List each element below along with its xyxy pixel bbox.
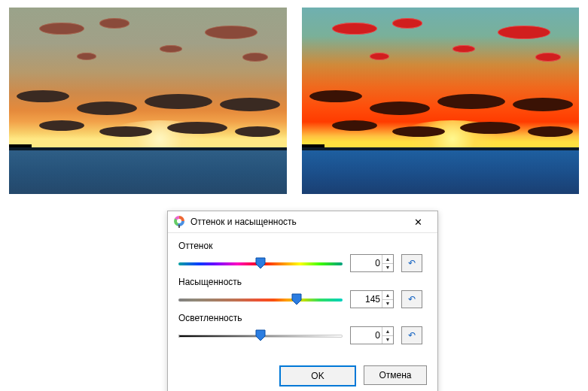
saturation-reset-button[interactable]: ↶ xyxy=(401,290,422,308)
hue-row: Оттенок ▲ ▼ ↶ xyxy=(178,241,427,272)
lightness-label: Осветленность xyxy=(178,313,427,323)
app-icon xyxy=(174,216,186,228)
lightness-reset-button[interactable]: ↶ xyxy=(401,326,422,344)
hue-input[interactable]: ▲ ▼ xyxy=(350,254,394,272)
saturation-label: Насыщенность xyxy=(178,277,427,287)
lightness-value[interactable] xyxy=(351,327,382,344)
undo-icon: ↶ xyxy=(408,294,416,305)
lightness-step-up[interactable]: ▲ xyxy=(382,327,393,336)
hue-value[interactable] xyxy=(351,255,382,271)
original-image xyxy=(9,8,287,194)
hue-thumb[interactable] xyxy=(255,257,266,269)
dialog-title: Оттенок и насыщенность xyxy=(190,217,403,227)
hue-step-down[interactable]: ▼ xyxy=(382,264,393,272)
saturation-row: Насыщенность ▲ ▼ ↶ xyxy=(178,277,427,308)
lightness-input[interactable]: ▲ ▼ xyxy=(350,326,394,344)
hue-saturation-dialog: Оттенок и насыщенность ✕ Оттенок ▲ xyxy=(167,211,438,391)
close-icon: ✕ xyxy=(414,217,422,228)
hue-slider[interactable] xyxy=(178,256,343,271)
saturation-slider[interactable] xyxy=(178,292,343,307)
saturation-value[interactable] xyxy=(351,291,382,308)
hue-step-up[interactable]: ▲ xyxy=(382,255,393,264)
adjusted-image xyxy=(302,8,580,194)
lightness-row: Осветленность ▲ ▼ ↶ xyxy=(178,313,427,344)
dialog-titlebar[interactable]: Оттенок и насыщенность ✕ xyxy=(168,211,437,233)
cancel-button[interactable]: Отмена xyxy=(364,365,427,385)
undo-icon: ↶ xyxy=(408,258,416,268)
comparison-row xyxy=(0,0,588,194)
saturation-thumb[interactable] xyxy=(291,293,302,305)
undo-icon: ↶ xyxy=(408,330,416,341)
lightness-step-down[interactable]: ▼ xyxy=(382,336,393,344)
saturation-step-down[interactable]: ▼ xyxy=(382,300,393,308)
close-button[interactable]: ✕ xyxy=(403,213,433,231)
hue-label: Оттенок xyxy=(178,241,427,251)
lightness-slider[interactable] xyxy=(178,328,343,343)
hue-reset-button[interactable]: ↶ xyxy=(401,254,422,272)
lightness-thumb[interactable] xyxy=(255,329,266,341)
saturation-input[interactable]: ▲ ▼ xyxy=(350,290,394,308)
ok-button[interactable]: OK xyxy=(279,365,356,386)
saturation-step-up[interactable]: ▲ xyxy=(382,291,393,300)
